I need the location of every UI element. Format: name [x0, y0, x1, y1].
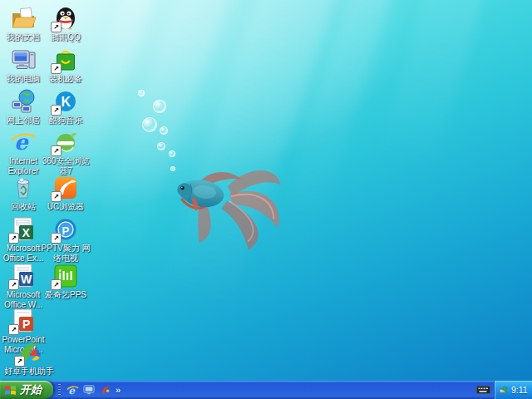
network-globe-icon — [10, 88, 37, 115]
bubble — [157, 142, 165, 150]
shortcut-arrow-badge: ↗ — [51, 233, 62, 244]
desktop-icon-pptv[interactable]: P ↗ PPTV聚力 网 络电视 — [38, 216, 93, 263]
desktop-icon-label: 腾讯QQ — [51, 32, 81, 42]
bubble — [142, 117, 157, 132]
system-tray: 9:11 — [494, 381, 532, 399]
recycle-bin-icon — [10, 175, 37, 201]
bubble — [169, 150, 175, 157]
phone-assistant-icon: ↗ — [16, 339, 42, 366]
desktop-icon-label: 装机必备 — [49, 74, 82, 84]
shortcut-arrow-badge: ↗ — [51, 191, 62, 202]
desktop-icon-label: 网上邻居 — [7, 116, 40, 126]
show-desktop-icon[interactable] — [82, 383, 96, 397]
desktop-icon-label: 好卓手机助手 — [4, 367, 54, 377]
desktop-icon-iqiyi-pps[interactable]: ↗ 爱奇艺PPS — [38, 263, 93, 300]
desktop-icon-label: Internet Explorer — [7, 156, 38, 175]
desktop-icon-haozhuo-assistant[interactable]: ↗ 好卓手机助手 — [2, 339, 57, 377]
excel-icon: X ↗ — [10, 216, 37, 243]
windows-logo-icon — [4, 384, 17, 396]
shortcut-arrow-badge: ↗ — [51, 63, 62, 74]
svg-text:P: P — [22, 318, 30, 331]
kugou-k-icon: K ↗ — [52, 88, 79, 115]
safely-remove-hardware-icon[interactable] — [498, 385, 509, 396]
360-browser-icon: ↗ — [52, 129, 79, 155]
powerpoint-icon: P ↗ — [10, 308, 37, 334]
desktop-icon-label: Microsoft Office W... — [4, 290, 42, 309]
pptv-icon: P ↗ — [52, 216, 79, 243]
bubble — [160, 126, 168, 135]
green-bag-icon: ↗ — [52, 47, 79, 73]
ie-icon: e — [10, 129, 37, 155]
desktop: 我的文档 我的电脑 — [0, 0, 532, 381]
quick-launch-bar: e » — [58, 381, 121, 399]
bubble — [153, 100, 166, 113]
desktop-icon-label: PPTV聚力 网 络电视 — [42, 244, 91, 263]
shortcut-arrow-badge: ↗ — [51, 105, 62, 116]
shortcut-arrow-badge: ↗ — [14, 356, 25, 367]
desktop-icon-zhuangji-bibei[interactable]: ↗ 装机必备 — [38, 47, 93, 84]
internet-explorer-icon[interactable]: e — [66, 383, 79, 397]
uc-squirrel-icon: ↗ — [52, 175, 79, 201]
bubble — [170, 166, 175, 171]
folder-documents-icon — [10, 5, 37, 32]
desktop-icon-label: 回收站 — [11, 202, 36, 212]
desktop-icon-label: 360安全浏览 器7 — [42, 156, 90, 175]
start-button[interactable]: 开始 — [0, 381, 53, 399]
shortcut-arrow-badge: ↗ — [51, 22, 62, 32]
svg-text:W: W — [21, 273, 32, 286]
desktop-icon-label: 酷狗音乐 — [49, 116, 82, 126]
desktop-icon-label: 我的电脑 — [7, 74, 40, 84]
desktop-icon-uc-browser[interactable]: ↗ UC浏览器 — [38, 175, 93, 212]
input-method-icon[interactable] — [476, 383, 490, 397]
word-icon: W ↗ — [10, 263, 37, 289]
desktop-icon-label: UC浏览器 — [47, 202, 84, 212]
svg-text:K: K — [62, 95, 71, 109]
qq-penguin-icon: ↗ — [52, 5, 79, 32]
shortcut-arrow-badge: ↗ — [8, 324, 19, 335]
computer-icon — [10, 47, 37, 73]
shortcut-arrow-badge: ↗ — [8, 279, 19, 290]
desktop-icon-360-browser[interactable]: ↗ 360安全浏览 器7 — [38, 129, 93, 175]
desktop-icon-tencent-qq[interactable]: ↗ 腾讯QQ — [38, 5, 93, 42]
shortcut-arrow-badge: ↗ — [51, 279, 62, 290]
quick-launch-overflow-chevron[interactable]: » — [116, 385, 121, 395]
media-player-icon[interactable] — [99, 383, 112, 397]
svg-text:P: P — [62, 224, 70, 237]
desktop-icon-label: 爱奇艺PPS — [45, 290, 86, 300]
iqiyi-pps-icon: ↗ — [52, 263, 79, 289]
svg-text:X: X — [22, 226, 31, 239]
desktop-icon-kugou-music[interactable]: K ↗ 酷狗音乐 — [38, 88, 93, 126]
betta-fish — [165, 143, 289, 251]
clock[interactable]: 9:11 — [511, 385, 528, 395]
taskbar: 开始 e » — [0, 381, 532, 399]
shortcut-arrow-badge: ↗ — [8, 233, 19, 244]
quick-launch-drag-handle[interactable] — [58, 384, 61, 396]
start-button-label: 开始 — [20, 382, 42, 397]
bubble — [138, 90, 145, 96]
desktop-icon-label: 我的文档 — [7, 32, 40, 42]
shortcut-arrow-badge: ↗ — [51, 145, 62, 156]
